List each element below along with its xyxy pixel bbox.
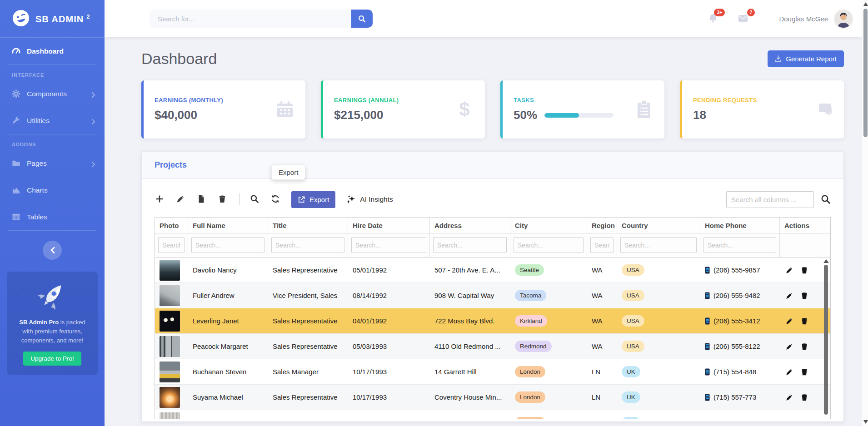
- table-row[interactable]: Leverling Janet Sales Representative 04/…: [155, 308, 830, 334]
- table-row[interactable]: Fuller Andrew Vice President, Sales 08/1…: [155, 283, 830, 308]
- chevron-right-icon: [92, 118, 96, 124]
- external-link-icon: [298, 196, 305, 203]
- sidebar-item-tables[interactable]: Tables: [0, 203, 105, 230]
- table-scrollbar-thumb[interactable]: [824, 265, 828, 415]
- column-header-home-phone[interactable]: Home Phone: [700, 218, 780, 233]
- topbar-search-button[interactable]: [351, 10, 373, 28]
- user-avatar[interactable]: [834, 10, 853, 28]
- alerts-bell-button[interactable]: 3+: [708, 13, 719, 25]
- filter-address-input[interactable]: [433, 237, 507, 253]
- sidebar-item-utilities[interactable]: Utilities: [0, 107, 105, 134]
- table-scrollbar[interactable]: [823, 258, 829, 418]
- filter-home-phone-input[interactable]: [703, 237, 776, 253]
- sidebar-item-pages[interactable]: Pages: [0, 150, 105, 177]
- scroll-up-arrow-icon[interactable]: [823, 259, 829, 263]
- column-header-region[interactable]: Region: [587, 218, 617, 233]
- filter-title-input[interactable]: [271, 237, 344, 253]
- brand[interactable]: SB ADMIN 2: [0, 0, 105, 37]
- row-photo: [160, 311, 180, 332]
- search-rows-button[interactable]: [249, 194, 259, 204]
- cell-title: Sales Representative: [268, 317, 348, 325]
- scroll-up-arrow-icon[interactable]: [863, 2, 868, 6]
- column-header-country[interactable]: Country: [617, 218, 700, 233]
- filter-country-input[interactable]: [620, 237, 697, 253]
- refresh-button[interactable]: [270, 194, 280, 204]
- edit-icon[interactable]: [785, 292, 793, 300]
- column-search-input[interactable]: [726, 191, 814, 208]
- column-header-title[interactable]: Title: [268, 218, 348, 233]
- sparkles-icon: [346, 195, 356, 204]
- delete-icon[interactable]: [800, 368, 808, 376]
- cell-home-phone: (206) 555-3412: [700, 317, 780, 325]
- row-photo: [160, 387, 180, 408]
- delete-icon[interactable]: [800, 342, 808, 351]
- cell-region: LN: [587, 368, 617, 376]
- table-row[interactable]: Davolio Nancy Sales Representative 05/01…: [155, 258, 830, 283]
- sidebar-item-dashboard[interactable]: Dashboard: [0, 38, 105, 64]
- sidebar-item-label: Pages: [27, 159, 47, 168]
- delete-icon[interactable]: [800, 317, 808, 325]
- topbar-divider: [766, 10, 766, 27]
- edit-icon[interactable]: [785, 419, 793, 419]
- table-row[interactable]: Buchanan Steven Sales Manager 10/17/1993…: [155, 359, 830, 385]
- chevron-right-icon: [92, 161, 96, 166]
- scroll-down-arrow-icon[interactable]: [863, 420, 868, 424]
- generate-report-button[interactable]: Generate Report: [768, 50, 844, 67]
- cell-title: Sales Representative: [268, 266, 348, 274]
- ai-insights-button[interactable]: AI Insights: [344, 194, 395, 205]
- chevron-right-icon: [92, 91, 96, 97]
- filter-full-name-input[interactable]: [191, 237, 264, 253]
- messages-button[interactable]: 7: [738, 13, 749, 25]
- filter-city-input[interactable]: [514, 237, 584, 253]
- filter-hire-date-input[interactable]: [351, 237, 426, 253]
- mobile-phone-icon: [705, 317, 710, 325]
- delete-icon[interactable]: [800, 393, 808, 401]
- phone-number: (206) 555-3412: [713, 317, 760, 325]
- column-header-hire-date[interactable]: Hire Date: [348, 218, 430, 233]
- copy-row-button[interactable]: [196, 194, 206, 204]
- edit-icon[interactable]: [785, 317, 793, 325]
- sidebar-collapse-button[interactable]: [43, 241, 62, 260]
- edit-row-button[interactable]: [175, 194, 185, 204]
- table-row[interactable]: Peacock Margaret Sales Representative 05…: [155, 334, 830, 359]
- trash-icon: [218, 194, 227, 203]
- sidebar-item-charts[interactable]: Charts: [0, 177, 105, 203]
- mobile-phone-icon: [705, 343, 710, 350]
- filter-photo-input[interactable]: [158, 237, 185, 253]
- clipboard-list-icon: [634, 100, 653, 119]
- delete-icon[interactable]: [800, 266, 808, 274]
- cell-hire-date: 10/17/1993: [348, 368, 430, 376]
- table-row[interactable]: King Robert Sales Representative 01/02/1…: [155, 410, 830, 419]
- table-row[interactable]: Suyama Michael Sales Representative 10/1…: [155, 385, 830, 410]
- page-scrollbar[interactable]: [862, 0, 868, 426]
- edit-icon[interactable]: [785, 393, 793, 401]
- filter-region-input[interactable]: [590, 237, 614, 253]
- add-row-button[interactable]: [155, 194, 165, 204]
- topbar: 3+ 7 Douglas McGee: [105, 0, 868, 37]
- export-button-label: Export: [309, 196, 329, 203]
- delete-row-button[interactable]: [217, 194, 227, 204]
- country-badge: UK: [622, 417, 640, 419]
- city-badge: Kirkland: [515, 315, 547, 327]
- upgrade-to-pro-button[interactable]: Upgrade to Pro!: [23, 352, 81, 366]
- user-name: Douglas McGee: [779, 15, 828, 23]
- edit-icon[interactable]: [785, 342, 793, 351]
- page-scrollbar-thumb[interactable]: [863, 9, 868, 137]
- search-icon[interactable]: [821, 194, 831, 204]
- phone-number: (715) 557-773: [713, 393, 756, 401]
- promo-text: SB Admin Pro is packed with premium feat…: [13, 318, 91, 345]
- column-header-address[interactable]: Address: [430, 218, 510, 233]
- edit-icon[interactable]: [785, 368, 793, 376]
- column-header-full-name[interactable]: Full Name: [188, 218, 268, 233]
- delete-icon[interactable]: [800, 292, 808, 300]
- projects-panel-header: Projects: [142, 152, 843, 179]
- edit-icon[interactable]: [785, 266, 793, 274]
- delete-icon[interactable]: [800, 419, 808, 419]
- column-header-photo[interactable]: Photo: [155, 218, 188, 233]
- brand-logo-icon: [12, 9, 30, 29]
- column-header-city[interactable]: City: [510, 218, 587, 233]
- export-button[interactable]: Export: [291, 191, 335, 208]
- sidebar-item-components[interactable]: Components: [0, 80, 105, 107]
- topbar-search-input[interactable]: [150, 10, 351, 28]
- messages-badge: 7: [747, 9, 755, 16]
